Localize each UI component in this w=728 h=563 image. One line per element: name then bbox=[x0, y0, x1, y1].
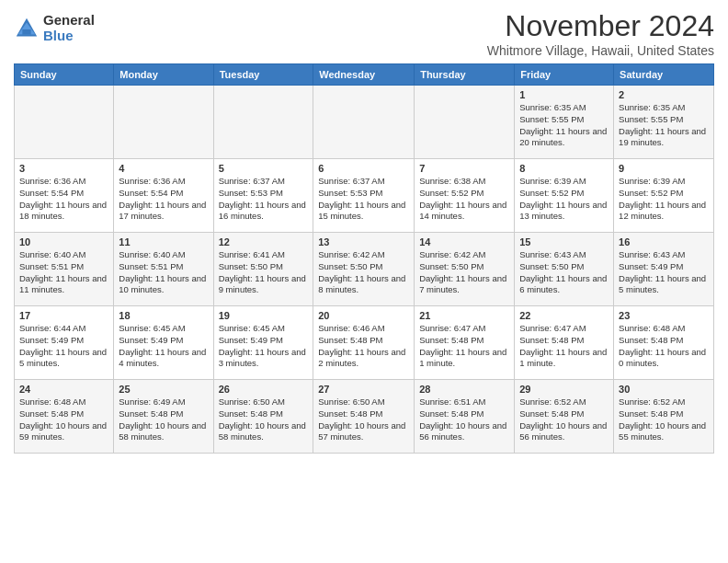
day-info: Sunrise: 6:40 AM Sunset: 5:51 PM Dayligh… bbox=[119, 249, 206, 294]
calendar-day-cell: 2Sunrise: 6:35 AM Sunset: 5:55 PM Daylig… bbox=[614, 86, 714, 159]
day-info: Sunrise: 6:37 AM Sunset: 5:53 PM Dayligh… bbox=[219, 176, 306, 221]
day-number: 5 bbox=[219, 163, 309, 174]
calendar-day-cell: 20Sunrise: 6:46 AM Sunset: 5:48 PM Dayli… bbox=[313, 306, 415, 380]
day-number: 4 bbox=[119, 163, 208, 174]
calendar-day-cell: 6Sunrise: 6:37 AM Sunset: 5:53 PM Daylig… bbox=[313, 159, 415, 233]
day-info: Sunrise: 6:41 AM Sunset: 5:50 PM Dayligh… bbox=[219, 249, 306, 294]
day-number: 8 bbox=[519, 163, 609, 174]
calendar-day-cell: 24Sunrise: 6:48 AM Sunset: 5:48 PM Dayli… bbox=[15, 380, 114, 454]
day-info: Sunrise: 6:50 AM Sunset: 5:48 PM Dayligh… bbox=[318, 396, 405, 442]
calendar-day-cell: 1Sunrise: 6:35 AM Sunset: 5:55 PM Daylig… bbox=[515, 86, 614, 159]
calendar-day-cell: 11Sunrise: 6:40 AM Sunset: 5:51 PM Dayli… bbox=[114, 233, 213, 306]
day-info: Sunrise: 6:35 AM Sunset: 5:55 PM Dayligh… bbox=[619, 102, 706, 147]
day-of-week-header: Sunday bbox=[15, 64, 114, 86]
logo-blue-text: Blue bbox=[43, 29, 95, 44]
day-number: 20 bbox=[318, 310, 409, 321]
header: General Blue November 2024 Whitmore Vill… bbox=[14, 9, 714, 58]
calendar-day-cell bbox=[15, 86, 114, 159]
day-info: Sunrise: 6:38 AM Sunset: 5:52 PM Dayligh… bbox=[419, 176, 506, 221]
day-info: Sunrise: 6:45 AM Sunset: 5:49 PM Dayligh… bbox=[119, 323, 206, 368]
day-info: Sunrise: 6:48 AM Sunset: 5:48 PM Dayligh… bbox=[19, 396, 107, 442]
calendar-day-cell: 12Sunrise: 6:41 AM Sunset: 5:50 PM Dayli… bbox=[213, 233, 313, 306]
day-info: Sunrise: 6:42 AM Sunset: 5:50 PM Dayligh… bbox=[318, 249, 405, 294]
day-number: 3 bbox=[19, 163, 108, 174]
calendar-day-cell: 23Sunrise: 6:48 AM Sunset: 5:48 PM Dayli… bbox=[614, 306, 714, 380]
calendar-week-row: 24Sunrise: 6:48 AM Sunset: 5:48 PM Dayli… bbox=[15, 380, 714, 454]
calendar-day-cell: 17Sunrise: 6:44 AM Sunset: 5:49 PM Dayli… bbox=[15, 306, 114, 380]
month-title: November 2024 bbox=[487, 9, 714, 43]
day-info: Sunrise: 6:44 AM Sunset: 5:49 PM Dayligh… bbox=[19, 323, 107, 368]
calendar-day-cell: 19Sunrise: 6:45 AM Sunset: 5:49 PM Dayli… bbox=[213, 306, 313, 380]
day-info: Sunrise: 6:46 AM Sunset: 5:48 PM Dayligh… bbox=[318, 323, 405, 368]
day-number: 12 bbox=[219, 236, 309, 247]
calendar-day-cell: 29Sunrise: 6:52 AM Sunset: 5:48 PM Dayli… bbox=[515, 380, 614, 454]
logo-text: General Blue bbox=[43, 13, 95, 43]
calendar-day-cell: 4Sunrise: 6:36 AM Sunset: 5:54 PM Daylig… bbox=[114, 159, 213, 233]
day-info: Sunrise: 6:37 AM Sunset: 5:53 PM Dayligh… bbox=[318, 176, 405, 221]
day-number: 28 bbox=[419, 384, 509, 395]
day-number: 23 bbox=[619, 310, 709, 321]
day-info: Sunrise: 6:45 AM Sunset: 5:49 PM Dayligh… bbox=[219, 323, 306, 368]
day-number: 10 bbox=[19, 236, 108, 247]
day-number: 16 bbox=[619, 236, 709, 247]
day-of-week-header: Wednesday bbox=[313, 64, 415, 86]
day-of-week-header: Tuesday bbox=[213, 64, 313, 86]
day-info: Sunrise: 6:47 AM Sunset: 5:48 PM Dayligh… bbox=[419, 323, 506, 368]
day-of-week-header: Monday bbox=[114, 64, 213, 86]
day-info: Sunrise: 6:43 AM Sunset: 5:50 PM Dayligh… bbox=[519, 249, 607, 294]
calendar-day-cell: 15Sunrise: 6:43 AM Sunset: 5:50 PM Dayli… bbox=[515, 233, 614, 306]
calendar-day-cell: 26Sunrise: 6:50 AM Sunset: 5:48 PM Dayli… bbox=[213, 380, 313, 454]
day-info: Sunrise: 6:36 AM Sunset: 5:54 PM Dayligh… bbox=[119, 176, 206, 221]
logo-icon bbox=[14, 16, 40, 41]
day-info: Sunrise: 6:42 AM Sunset: 5:50 PM Dayligh… bbox=[419, 249, 506, 294]
calendar-day-cell bbox=[114, 86, 213, 159]
logo: General Blue bbox=[14, 13, 95, 43]
calendar-day-cell: 30Sunrise: 6:52 AM Sunset: 5:48 PM Dayli… bbox=[614, 380, 714, 454]
day-info: Sunrise: 6:39 AM Sunset: 5:52 PM Dayligh… bbox=[619, 176, 706, 221]
page-container: General Blue November 2024 Whitmore Vill… bbox=[0, 0, 728, 458]
day-number: 9 bbox=[619, 163, 709, 174]
calendar-week-row: 17Sunrise: 6:44 AM Sunset: 5:49 PM Dayli… bbox=[15, 306, 714, 380]
day-number: 29 bbox=[519, 384, 609, 395]
calendar-day-cell bbox=[415, 86, 515, 159]
day-number: 25 bbox=[119, 384, 208, 395]
day-number: 19 bbox=[219, 310, 309, 321]
day-info: Sunrise: 6:39 AM Sunset: 5:52 PM Dayligh… bbox=[519, 176, 607, 221]
calendar-day-cell bbox=[213, 86, 313, 159]
day-number: 27 bbox=[318, 384, 409, 395]
day-number: 26 bbox=[219, 384, 309, 395]
day-number: 18 bbox=[119, 310, 208, 321]
day-of-week-header: Thursday bbox=[415, 64, 515, 86]
day-info: Sunrise: 6:51 AM Sunset: 5:48 PM Dayligh… bbox=[419, 396, 506, 442]
day-number: 24 bbox=[19, 384, 108, 395]
day-number: 15 bbox=[519, 236, 609, 247]
calendar-week-row: 10Sunrise: 6:40 AM Sunset: 5:51 PM Dayli… bbox=[15, 233, 714, 306]
day-info: Sunrise: 6:47 AM Sunset: 5:48 PM Dayligh… bbox=[519, 323, 607, 368]
calendar-day-cell: 18Sunrise: 6:45 AM Sunset: 5:49 PM Dayli… bbox=[114, 306, 213, 380]
day-number: 6 bbox=[318, 163, 409, 174]
day-info: Sunrise: 6:49 AM Sunset: 5:48 PM Dayligh… bbox=[119, 396, 206, 442]
calendar-day-cell: 5Sunrise: 6:37 AM Sunset: 5:53 PM Daylig… bbox=[213, 159, 313, 233]
calendar-day-cell: 7Sunrise: 6:38 AM Sunset: 5:52 PM Daylig… bbox=[415, 159, 515, 233]
calendar-day-cell: 22Sunrise: 6:47 AM Sunset: 5:48 PM Dayli… bbox=[515, 306, 614, 380]
calendar-week-row: 3Sunrise: 6:36 AM Sunset: 5:54 PM Daylig… bbox=[15, 159, 714, 233]
day-info: Sunrise: 6:40 AM Sunset: 5:51 PM Dayligh… bbox=[19, 249, 107, 294]
logo-general-text: General bbox=[43, 13, 95, 29]
day-of-week-header: Saturday bbox=[614, 64, 714, 86]
location-text: Whitmore Village, Hawaii, United States bbox=[487, 43, 714, 58]
calendar-day-cell bbox=[313, 86, 415, 159]
day-number: 30 bbox=[619, 384, 709, 395]
calendar-day-cell: 25Sunrise: 6:49 AM Sunset: 5:48 PM Dayli… bbox=[114, 380, 213, 454]
calendar-day-cell: 13Sunrise: 6:42 AM Sunset: 5:50 PM Dayli… bbox=[313, 233, 415, 306]
calendar-day-cell: 27Sunrise: 6:50 AM Sunset: 5:48 PM Dayli… bbox=[313, 380, 415, 454]
calendar-day-cell: 9Sunrise: 6:39 AM Sunset: 5:52 PM Daylig… bbox=[614, 159, 714, 233]
day-number: 22 bbox=[519, 310, 609, 321]
calendar-day-cell: 8Sunrise: 6:39 AM Sunset: 5:52 PM Daylig… bbox=[515, 159, 614, 233]
calendar-day-cell: 21Sunrise: 6:47 AM Sunset: 5:48 PM Dayli… bbox=[415, 306, 515, 380]
calendar-header: SundayMondayTuesdayWednesdayThursdayFrid… bbox=[15, 64, 714, 86]
title-block: November 2024 Whitmore Village, Hawaii, … bbox=[487, 9, 714, 58]
day-info: Sunrise: 6:52 AM Sunset: 5:48 PM Dayligh… bbox=[619, 396, 706, 442]
day-info: Sunrise: 6:52 AM Sunset: 5:48 PM Dayligh… bbox=[519, 396, 607, 442]
day-number: 14 bbox=[419, 236, 509, 247]
header-row: SundayMondayTuesdayWednesdayThursdayFrid… bbox=[15, 64, 714, 86]
